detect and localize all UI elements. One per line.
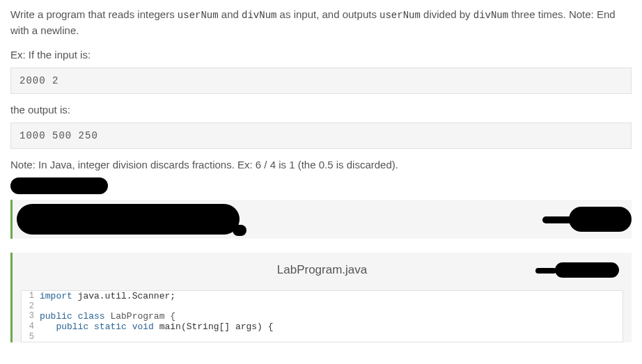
line-number: 4 [22, 322, 40, 332]
line-number: 3 [22, 311, 40, 322]
line-content: public class LabProgram { [40, 311, 623, 322]
desc-text-2: and [219, 8, 242, 20]
keyword-import: import [40, 291, 72, 301]
example-output-label: the output is: [10, 104, 632, 116]
editor-filename: LabProgram.java [277, 263, 367, 276]
line-content: import java.util.Scanner; [40, 291, 623, 301]
keyword-public: public [40, 311, 72, 322]
class-name: LabProgram { [105, 311, 175, 322]
problem-description: Write a program that reads integers user… [10, 7, 632, 39]
var-usernum-1: userNum [178, 10, 219, 21]
editor-container: LabProgram.java 1 import java.util.Scann… [10, 253, 632, 342]
var-divnum-1: divNum [242, 10, 276, 21]
example-input-label: Ex: If the input is: [10, 49, 632, 61]
example-output-block: 1000 500 250 [10, 122, 632, 149]
redacted-bar-1 [10, 177, 108, 194]
code-line-1: 1 import java.util.Scanner; [22, 291, 623, 301]
redacted-blob-right [569, 207, 632, 232]
line-content: public static void main(String[] args) { [40, 322, 623, 332]
redacted-row [10, 200, 632, 239]
editor-header: LabProgram.java [13, 253, 632, 290]
redacted-blob-left [17, 204, 240, 235]
editor-title-wrap: LabProgram.java [89, 263, 555, 277]
var-usernum-2: userNum [379, 10, 421, 21]
keyword-class: class [78, 311, 105, 322]
line-number: 2 [22, 301, 40, 311]
keyword-public: public [56, 322, 88, 332]
keyword-void: void [132, 322, 154, 332]
redacted-small-right [555, 262, 619, 278]
var-divnum-2: divNum [473, 10, 508, 21]
line-content [40, 332, 623, 342]
code-line-4: 4 public static void main(String[] args)… [22, 322, 623, 332]
desc-text-3: as input, and outputs [276, 8, 379, 20]
desc-text-1: Write a program that reads integers [10, 8, 178, 20]
import-rest: java.util.Scanner; [72, 291, 175, 301]
method-rest: main(String[] args) { [154, 322, 274, 332]
line-number: 5 [22, 332, 40, 342]
line-content [40, 301, 623, 311]
code-line-2: 2 [22, 301, 623, 311]
code-line-5: 5 [22, 332, 623, 342]
code-line-3: 3 public class LabProgram { [22, 311, 623, 322]
keyword-static: static [94, 322, 127, 332]
desc-text-4: divided by [421, 8, 473, 20]
example-input-block: 2000 2 [10, 68, 632, 94]
code-editor[interactable]: 1 import java.util.Scanner; 2 3 public c… [21, 290, 623, 342]
integer-division-note: Note: In Java, integer division discards… [10, 159, 632, 171]
line-number: 1 [22, 291, 40, 301]
